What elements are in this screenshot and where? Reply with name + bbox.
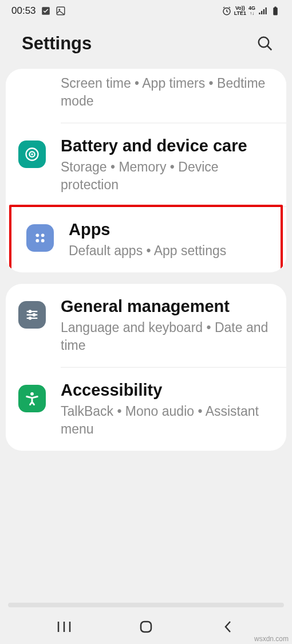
search-icon[interactable] <box>257 35 274 52</box>
settings-card-2: General management Language and keyboard… <box>6 284 286 451</box>
row-title: Accessibility <box>61 380 271 400</box>
row-sub: Default apps • App settings <box>69 242 266 260</box>
svg-point-21 <box>30 392 34 396</box>
svg-rect-5 <box>275 7 277 8</box>
svg-point-12 <box>41 233 45 237</box>
4g-icon: 4G↑↓ <box>248 6 255 16</box>
signal-icon <box>258 6 268 16</box>
status-bar: 00:53 Vo)) LTE1 4G↑↓ <box>0 0 292 22</box>
row-sub: Language and keyboard • Date and time <box>61 319 271 354</box>
accessibility-icon <box>18 385 46 412</box>
scrollbar[interactable] <box>8 603 284 607</box>
alarm-icon <box>222 6 232 16</box>
row-sub: Storage • Memory • Device protection <box>61 158 271 194</box>
watermark: wsxdn.com <box>254 635 289 643</box>
svg-point-2 <box>58 9 60 10</box>
svg-rect-4 <box>273 7 278 15</box>
svg-line-7 <box>267 46 272 50</box>
nav-bar <box>0 610 292 644</box>
svg-point-18 <box>33 313 36 317</box>
checkbox-icon <box>41 6 51 16</box>
svg-point-20 <box>29 317 32 320</box>
battery-icon <box>270 6 281 16</box>
svg-point-13 <box>35 239 39 243</box>
svg-point-14 <box>41 239 45 243</box>
svg-point-10 <box>31 153 33 155</box>
row-accessibility[interactable]: Accessibility TalkBack • Mono audio • As… <box>6 368 286 451</box>
volte-icon: Vo)) LTE1 <box>234 6 246 16</box>
row-apps[interactable]: Apps Default apps • App settings <box>11 207 281 272</box>
row-title: Battery and device care <box>61 136 271 156</box>
row-sub: Screen time • App timers • Bedtime mode <box>61 75 271 110</box>
row-digital-wellbeing[interactable]: Screen time • App timers • Bedtime mode <box>6 69 286 123</box>
apps-icon <box>26 224 54 252</box>
device-care-icon <box>18 140 46 168</box>
home-button[interactable] <box>138 619 154 635</box>
row-general-management[interactable]: General management Language and keyboard… <box>6 284 286 367</box>
back-button[interactable] <box>220 619 236 635</box>
image-icon <box>56 6 66 16</box>
svg-point-16 <box>29 310 32 313</box>
highlight-apps: Apps Default apps • App settings <box>9 205 283 272</box>
page-title: Settings <box>22 33 92 54</box>
row-title: Apps <box>69 220 266 240</box>
status-right: Vo)) LTE1 4G↑↓ <box>222 6 281 16</box>
header: Settings <box>0 22 292 69</box>
svg-point-6 <box>259 37 269 48</box>
row-sub: TalkBack • Mono audio • Assistant menu <box>61 403 271 438</box>
status-left: 00:53 <box>11 5 66 17</box>
svg-rect-25 <box>141 622 151 632</box>
settings-card-1: Screen time • App timers • Bedtime mode … <box>6 69 286 272</box>
general-management-icon <box>18 301 46 329</box>
recents-button[interactable] <box>56 619 72 635</box>
row-battery-device-care[interactable]: Battery and device care Storage • Memory… <box>6 123 286 206</box>
clock: 00:53 <box>11 5 36 17</box>
row-title: General management <box>61 296 271 317</box>
svg-point-11 <box>35 233 39 237</box>
